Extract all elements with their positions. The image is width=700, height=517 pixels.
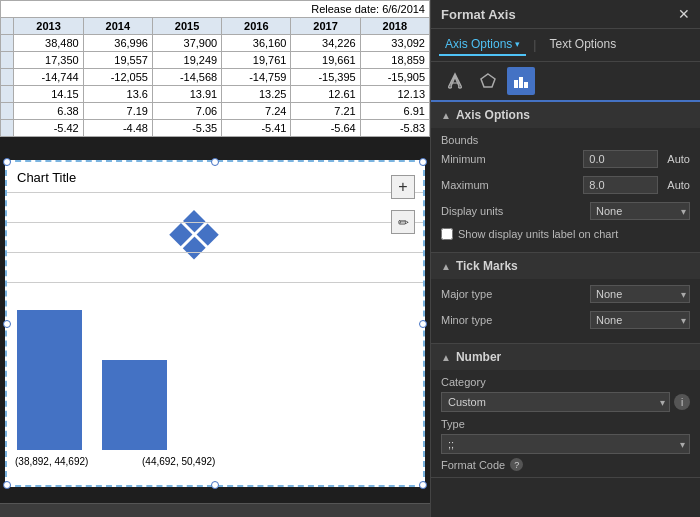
cell: 34,226 bbox=[291, 35, 360, 52]
bar-label-1: (38,892, 44,692) bbox=[15, 456, 88, 467]
resize-handle-bm[interactable] bbox=[211, 481, 219, 489]
svg-rect-5 bbox=[514, 80, 518, 88]
fill-icon bbox=[446, 72, 464, 90]
svg-rect-6 bbox=[519, 77, 523, 88]
cell: -14,744 bbox=[14, 69, 83, 86]
table-row: 6.38 7.19 7.06 7.24 7.21 6.91 bbox=[1, 103, 430, 120]
effects-icon-button[interactable] bbox=[474, 67, 502, 95]
add-chart-element-button[interactable]: + bbox=[391, 175, 415, 199]
collapse-icon: ▲ bbox=[441, 110, 451, 121]
category-select[interactable]: Custom General Number Currency Date bbox=[441, 392, 670, 412]
maximum-input[interactable] bbox=[583, 176, 658, 194]
chart-options-icon-button[interactable] bbox=[507, 67, 535, 95]
minor-type-select[interactable]: None Inside Outside Cross bbox=[590, 311, 690, 329]
minor-type-row: Minor type None Inside Outside Cross bbox=[441, 311, 690, 329]
major-type-select[interactable]: None Inside Outside Cross bbox=[590, 285, 690, 303]
format-code-row: Format Code ? bbox=[441, 458, 690, 471]
tick-marks-label: Tick Marks bbox=[456, 259, 518, 273]
collapse-icon: ▲ bbox=[441, 352, 451, 363]
bottom-scrollbar[interactable] bbox=[0, 503, 430, 517]
table-row: 38,480 36,996 37,900 36,160 34,226 33,09… bbox=[1, 35, 430, 52]
minimum-row: Minimum Auto bbox=[441, 150, 690, 168]
minor-type-label: Minor type bbox=[441, 314, 521, 326]
resize-handle-tl[interactable] bbox=[3, 158, 11, 166]
col-header-2013: 2013 bbox=[14, 18, 83, 35]
panel-content[interactable]: ▲ Axis Options Bounds Minimum Auto Maxim… bbox=[431, 102, 700, 517]
axis-options-body: Bounds Minimum Auto Maximum Auto bbox=[431, 128, 700, 252]
cell: 19,761 bbox=[222, 52, 291, 69]
resize-handle-br[interactable] bbox=[419, 481, 427, 489]
tab-axis-options-label: Axis Options bbox=[445, 37, 512, 51]
chart-title: Chart Title bbox=[17, 170, 76, 185]
resize-handle-ml[interactable] bbox=[3, 320, 11, 328]
cell: -15,395 bbox=[291, 69, 360, 86]
fill-icon-button[interactable] bbox=[441, 67, 469, 95]
col-header-2015: 2015 bbox=[152, 18, 221, 35]
number-section: ▲ Number Category Custom General Number … bbox=[431, 344, 700, 478]
panel-title: Format Axis bbox=[441, 7, 516, 22]
cell: -14,568 bbox=[152, 69, 221, 86]
table-row: -5.42 -4.48 -5.35 -5.41 -5.64 -5.83 bbox=[1, 120, 430, 137]
svg-marker-4 bbox=[481, 74, 495, 87]
tab-text-options[interactable]: Text Options bbox=[543, 34, 622, 56]
category-sub-label: Category bbox=[441, 376, 690, 388]
show-units-label: Show display units label on chart bbox=[458, 228, 618, 240]
chart-spreadsheet-area: Release date: 6/6/2014 2013 2014 2015 20… bbox=[0, 0, 430, 517]
resize-handle-bl[interactable] bbox=[3, 481, 11, 489]
table-row: -14,744 -12,055 -14,568 -14,759 -15,395 … bbox=[1, 69, 430, 86]
minimum-auto-label: Auto bbox=[667, 153, 690, 165]
table-row: 14.15 13.6 13.91 13.25 12.61 12.13 bbox=[1, 86, 430, 103]
info-icon[interactable]: i bbox=[674, 394, 690, 410]
cell: 37,900 bbox=[152, 35, 221, 52]
col-header-2014: 2014 bbox=[83, 18, 152, 35]
maximum-input-group: Auto bbox=[583, 176, 690, 194]
cell: 36,160 bbox=[222, 35, 291, 52]
number-header[interactable]: ▲ Number bbox=[431, 344, 700, 370]
gridline bbox=[7, 222, 423, 223]
resize-handle-mr[interactable] bbox=[419, 320, 427, 328]
bar-1 bbox=[17, 310, 82, 450]
cell: -5.35 bbox=[152, 120, 221, 137]
display-units-select[interactable]: None Hundreds Thousands Millions bbox=[590, 202, 690, 220]
resize-handle-tm[interactable] bbox=[211, 158, 219, 166]
resize-handle-tr[interactable] bbox=[419, 158, 427, 166]
minor-type-select-wrapper: None Inside Outside Cross bbox=[590, 311, 690, 329]
col-header-2016: 2016 bbox=[222, 18, 291, 35]
panel-tabs: Axis Options ▾ | Text Options bbox=[431, 29, 700, 62]
minimum-label: Minimum bbox=[441, 153, 521, 165]
category-select-wrapper: Custom General Number Currency Date bbox=[441, 392, 670, 412]
bar-label-2: (44,692, 50,492) bbox=[142, 456, 215, 467]
gridline bbox=[7, 252, 423, 253]
chart-container[interactable]: Chart Title (38,892, 44,692) (44,692, 50… bbox=[5, 160, 425, 487]
cell: 12.61 bbox=[291, 86, 360, 103]
cell: 13.6 bbox=[83, 86, 152, 103]
cell: 17,350 bbox=[14, 52, 83, 69]
cell: 12.13 bbox=[360, 86, 429, 103]
cell: -5.64 bbox=[291, 120, 360, 137]
cell: 7.06 bbox=[152, 103, 221, 120]
type-select[interactable]: ;; bbox=[441, 434, 690, 454]
cell: 6.91 bbox=[360, 103, 429, 120]
number-label: Number bbox=[456, 350, 501, 364]
col-header-blank bbox=[1, 18, 14, 35]
maximum-auto-label: Auto bbox=[667, 179, 690, 191]
minimum-input[interactable] bbox=[583, 150, 658, 168]
edit-style-button[interactable]: ✏ bbox=[391, 210, 415, 234]
cell: 33,092 bbox=[360, 35, 429, 52]
table-row: 17,350 19,557 19,249 19,761 19,661 18,85… bbox=[1, 52, 430, 69]
cell: 13.91 bbox=[152, 86, 221, 103]
cell: 7.21 bbox=[291, 103, 360, 120]
maximum-row: Maximum Auto bbox=[441, 176, 690, 194]
show-units-checkbox[interactable] bbox=[441, 228, 453, 240]
help-icon[interactable]: ? bbox=[510, 458, 523, 471]
bounds-label: Bounds bbox=[441, 134, 690, 146]
cell: 19,557 bbox=[83, 52, 152, 69]
tick-marks-header[interactable]: ▲ Tick Marks bbox=[431, 253, 700, 279]
tab-axis-options[interactable]: Axis Options ▾ bbox=[439, 34, 526, 56]
cell: 6.38 bbox=[14, 103, 83, 120]
release-date: Release date: 6/6/2014 bbox=[1, 1, 430, 18]
chart-icon bbox=[167, 207, 222, 265]
pentagon-icon bbox=[479, 72, 497, 90]
close-button[interactable]: ✕ bbox=[678, 6, 690, 22]
axis-options-header[interactable]: ▲ Axis Options bbox=[431, 102, 700, 128]
